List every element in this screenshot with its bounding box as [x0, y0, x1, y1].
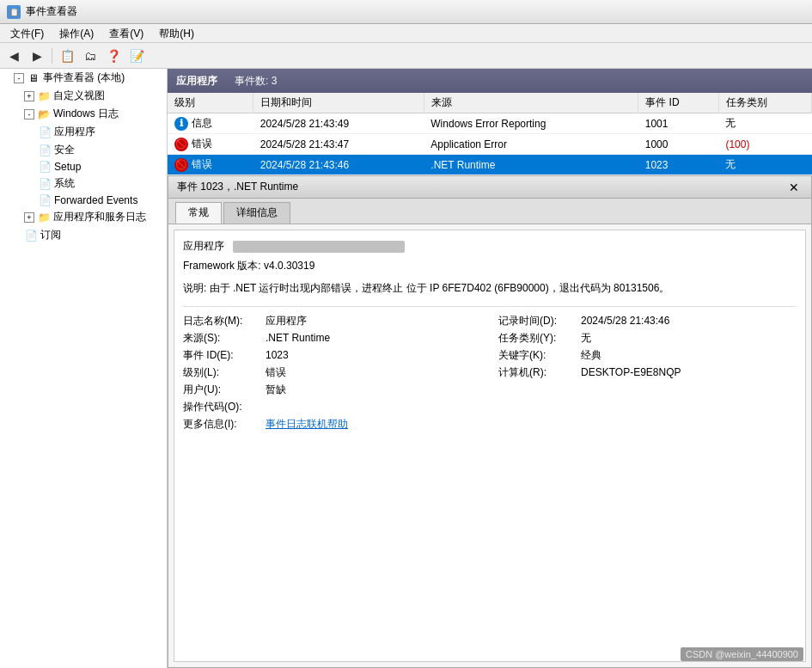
row1-taskcategory: 无: [718, 113, 811, 134]
sidebar-item-application[interactable]: 📄 应用程序: [0, 123, 167, 141]
forwarded-label: Forwarded Events: [54, 194, 137, 206]
toolbar-btn1[interactable]: 📋: [57, 46, 77, 65]
title-bar: 📋 事件查看器: [0, 0, 812, 24]
detail-app-label: 应用程序: [183, 239, 224, 254]
security-label: 安全: [54, 143, 75, 157]
sidebar-item-system[interactable]: 📄 系统: [0, 175, 167, 193]
meta-level-label: 级别(L):: [183, 365, 260, 380]
toolbar-sep1: [52, 48, 52, 64]
detail-close-button[interactable]: ✕: [785, 181, 803, 194]
subscriptions-label: 订阅: [40, 228, 61, 242]
meta-level-value: 错误: [266, 365, 286, 380]
toolbar-btn2[interactable]: 🗂: [80, 46, 101, 65]
meta-right-col: 记录时间(D): 2024/5/28 21:43:46 任务类别(Y): 无 关…: [498, 314, 797, 434]
col-eventid[interactable]: 事件 ID: [638, 93, 719, 113]
meta-recordtime-label: 记录时间(D):: [498, 314, 576, 328]
row3-source: .NET Runtime: [424, 155, 638, 175]
meta-taskcategory: 任务类别(Y): 无: [498, 331, 797, 346]
toolbar-forward[interactable]: ▶: [27, 46, 47, 65]
meta-source: 来源(S): .NET Runtime: [183, 331, 481, 346]
row3-taskcategory: 无: [718, 155, 811, 175]
title-bar-text: 事件查看器: [26, 4, 77, 19]
col-source[interactable]: 来源: [424, 93, 638, 113]
sidebar-item-local-root[interactable]: - 🖥 事件查看器 (本地): [0, 69, 167, 87]
wlogs-icon: 📂: [37, 108, 51, 120]
row3-eventid: 1023: [638, 155, 719, 175]
row1-datetime: 2024/5/28 21:43:49: [253, 113, 424, 134]
menu-bar: 文件(F) 操作(A) 查看(V) 帮助(H): [0, 24, 812, 43]
meta-user-value: 暂缺: [266, 383, 286, 397]
expand-wlogs[interactable]: -: [24, 109, 34, 120]
app-icon: 📋: [7, 5, 21, 19]
col-datetime[interactable]: 日期和时间: [253, 93, 424, 113]
menu-help[interactable]: 帮助(H): [152, 26, 201, 40]
col-level[interactable]: 级别: [168, 93, 253, 113]
meta-moreinfo-link[interactable]: 事件日志联机帮助: [266, 417, 348, 432]
row1-level: ℹ 信息: [168, 113, 253, 134]
expand-app-svc[interactable]: +: [24, 212, 34, 223]
detail-meta-grid: 日志名称(M): 应用程序 来源(S): .NET Runtime 事件 ID(…: [183, 306, 797, 434]
setup-label: Setup: [54, 161, 81, 173]
meta-logname-value: 应用程序: [266, 314, 307, 328]
detail-framework: Framework 版本: v4.0.30319: [183, 259, 797, 273]
meta-moreinfo-label: 更多信息(I):: [183, 417, 260, 432]
meta-user: 用户(U): 暂缺: [183, 383, 481, 397]
menu-file[interactable]: 文件(F): [3, 26, 51, 40]
table-row[interactable]: ℹ 信息 2024/5/28 21:43:49 Windows Error Re…: [168, 113, 812, 134]
app-log-icon: 📄: [38, 126, 52, 138]
row1-eventid: 1001: [638, 113, 719, 134]
app-log-label: 应用程序: [54, 125, 95, 139]
local-label: 事件查看器 (本地): [43, 70, 125, 85]
info-icon: ℹ: [174, 117, 188, 131]
watermark: CSDN @weixin_44400900: [681, 647, 803, 661]
toolbar-btn3[interactable]: ❓: [103, 46, 124, 65]
detail-header: 事件 1023，.NET Runtime ✕: [168, 176, 811, 199]
tab-details[interactable]: 详细信息: [223, 202, 290, 224]
tab-general[interactable]: 常规: [175, 202, 222, 224]
table-row-selected[interactable]: 🚫 错误 2024/5/28 21:43:46 .NET Runtime 102…: [168, 155, 812, 175]
sidebar-item-setup[interactable]: 📄 Setup: [0, 159, 167, 175]
row1-source: Windows Error Reporting: [424, 113, 638, 134]
row2-source: Application Error: [424, 134, 638, 155]
subscriptions-icon: 📄: [24, 230, 38, 242]
sidebar-item-forwarded-events[interactable]: 📄 Forwarded Events: [0, 193, 167, 208]
meta-source-label: 来源(S):: [183, 331, 260, 346]
custom-icon: 📁: [37, 90, 51, 102]
meta-keywords-label: 关键字(K):: [498, 348, 576, 363]
row3-level: 🚫 错误: [168, 155, 253, 175]
toolbar-btn4[interactable]: 📝: [126, 46, 147, 65]
expand-custom[interactable]: +: [24, 91, 34, 101]
meta-taskcategory-label: 任务类别(Y):: [498, 331, 576, 346]
detail-description: 说明: 由于 .NET 运行时出现内部错误，进程终止 位于 IP 6FE7D40…: [183, 280, 797, 296]
meta-recordtime-value: 2024/5/28 21:43:46: [581, 315, 669, 327]
sidebar-item-windows-logs[interactable]: - 📂 Windows 日志: [0, 105, 167, 123]
setup-icon: 📄: [38, 161, 52, 173]
meta-opcode-label: 操作代码(O):: [183, 400, 260, 414]
right-content: 应用程序 事件数: 3 级别 日期和时间 来源 事件 ID 任务类别: [168, 69, 812, 668]
meta-computer-label: 计算机(R):: [498, 365, 576, 380]
meta-keywords-value: 经典: [581, 348, 601, 363]
col-taskcategory[interactable]: 任务类别: [718, 93, 811, 113]
app-svc-icon: 📁: [37, 211, 51, 224]
meta-source-value: .NET Runtime: [266, 332, 330, 344]
sidebar-item-subscriptions[interactable]: 📄 订阅: [0, 226, 167, 244]
event-table: 级别 日期和时间 来源 事件 ID 任务类别 ℹ 信息: [168, 93, 812, 175]
expand-local[interactable]: -: [14, 73, 24, 83]
system-label: 系统: [54, 176, 75, 191]
custom-label: 自定义视图: [53, 89, 105, 103]
meta-keywords: 关键字(K): 经典: [498, 348, 797, 363]
sidebar: - 🖥 事件查看器 (本地) + 📁 自定义视图 - 📂 Windows 日志 …: [0, 69, 168, 668]
detail-app-bar: [233, 241, 405, 253]
menu-view[interactable]: 查看(V): [102, 26, 150, 40]
toolbar-back[interactable]: ◀: [3, 46, 24, 65]
sidebar-item-app-service-logs[interactable]: + 📁 应用程序和服务日志: [0, 208, 167, 226]
sidebar-item-custom-views[interactable]: + 📁 自定义视图: [0, 87, 167, 105]
meta-eventid: 事件 ID(E): 1023: [183, 348, 481, 363]
system-icon: 📄: [38, 178, 52, 190]
table-header-row: 级别 日期和时间 来源 事件 ID 任务类别: [168, 93, 812, 113]
sidebar-item-security[interactable]: 📄 安全: [0, 141, 167, 159]
meta-eventid-value: 1023: [266, 349, 289, 361]
menu-action[interactable]: 操作(A): [52, 26, 101, 40]
table-row[interactable]: 🚫 错误 2024/5/28 21:43:47 Application Erro…: [168, 134, 812, 155]
row2-taskcategory: (100): [718, 134, 811, 155]
